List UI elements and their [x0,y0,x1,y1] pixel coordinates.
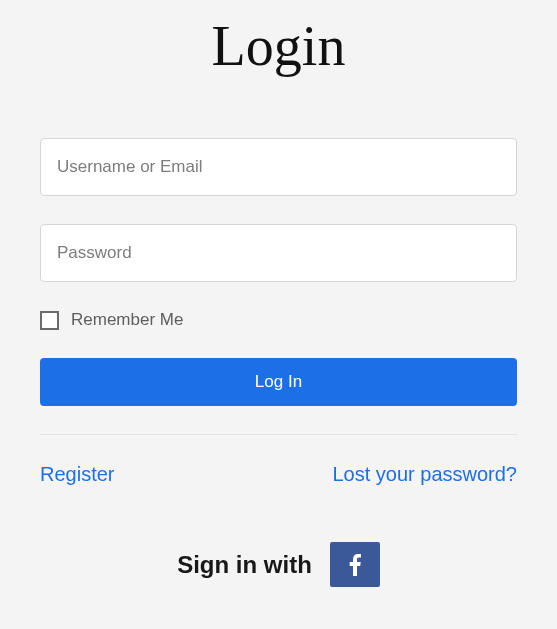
password-input[interactable] [40,224,517,282]
social-sign-in-label: Sign in with [177,551,312,579]
login-button[interactable]: Log In [40,358,517,406]
remember-me-checkbox[interactable] [40,311,59,330]
facebook-login-button[interactable] [330,542,380,587]
facebook-icon [349,554,361,576]
remember-me-row: Remember Me [40,310,517,330]
register-link[interactable]: Register [40,463,114,486]
page-title: Login [40,14,517,78]
username-input[interactable] [40,138,517,196]
remember-me-label: Remember Me [71,310,183,330]
lost-password-link[interactable]: Lost your password? [332,463,517,486]
divider [40,434,517,435]
